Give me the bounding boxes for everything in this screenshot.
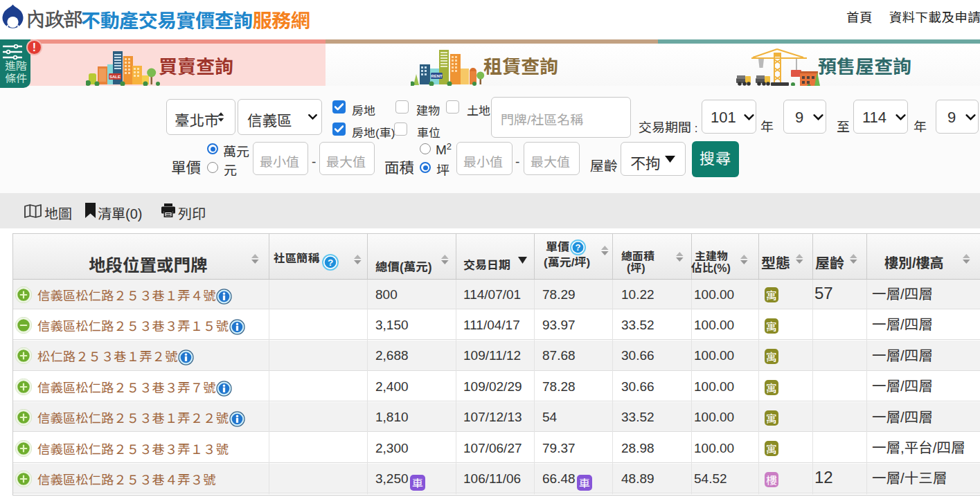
svg-text:SALE: SALE	[109, 75, 121, 79]
svg-text:RENT: RENT	[431, 74, 443, 78]
